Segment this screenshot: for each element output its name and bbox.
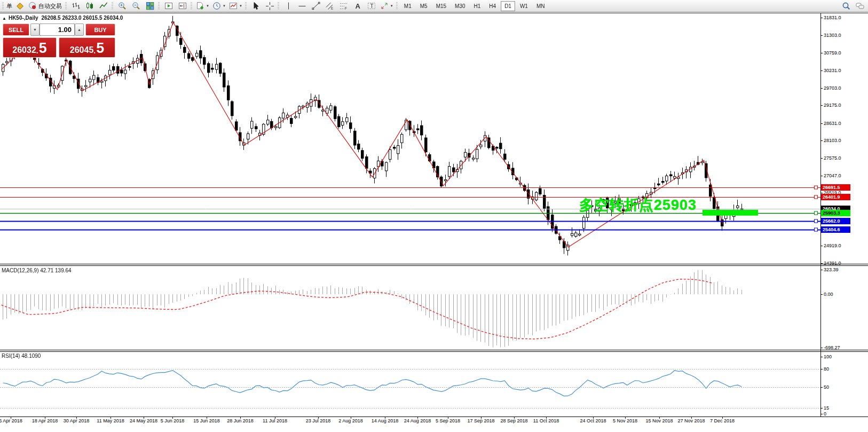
date-label: 27 Nov 2018 (677, 418, 705, 423)
search-button[interactable] (840, 1, 853, 12)
sell-price-dot: . (36, 46, 38, 56)
tf-m15[interactable]: M15 (432, 1, 450, 11)
sell-button[interactable]: SELL (3, 23, 29, 36)
tf-w1[interactable]: W1 (516, 1, 532, 11)
date-tick (514, 417, 515, 419)
price-tick-label: 28631.0 (824, 121, 841, 127)
date-label: 6 Apr 2018 (0, 418, 22, 423)
sell-price-box[interactable]: 26032.5 (3, 37, 57, 58)
volume-decrease-button[interactable]: ▼ (30, 23, 40, 36)
crosshair-button[interactable] (263, 1, 276, 12)
macd-tick-label: 323.39 (824, 267, 839, 273)
new-chart-button-dropdown-icon[interactable]: ▼ (206, 4, 209, 7)
toolbar-grip (112, 2, 113, 10)
pivot-annotation: 多空转折点25903 (545, 195, 697, 215)
bar-chart-button[interactable] (69, 1, 82, 12)
date-tick (691, 417, 692, 419)
date-label: 28 Jun 2018 (227, 418, 254, 423)
date-tick (240, 417, 241, 419)
price-tick-label: 29703.0 (824, 85, 841, 91)
price-level-tag: 25404.6 (821, 226, 850, 233)
toolbar-grip (158, 2, 160, 10)
price-tick-label: 31303.0 (824, 33, 841, 38)
macd-tick-label: 0.00 (824, 292, 833, 297)
fibonacci-button[interactable]: F (337, 1, 350, 12)
buy-price-box[interactable]: 26045.5 (59, 37, 115, 58)
volume-increase-button[interactable]: ▲ (75, 23, 84, 36)
buy-price-pip: 5 (96, 41, 104, 56)
date-label: 2 Aug 2018 (338, 418, 363, 423)
periods-button-dropdown-icon[interactable]: ▼ (223, 4, 226, 7)
auto-scroll-button[interactable] (162, 1, 175, 12)
rsi-pane-splitter[interactable] (0, 350, 868, 350)
window-border (0, 13, 868, 13)
line-chart-button[interactable] (97, 1, 110, 12)
volume-input[interactable]: 1.00 (40, 23, 75, 36)
arrows-button-dropdown-icon[interactable]: ▼ (390, 4, 393, 7)
chat-button[interactable] (854, 1, 866, 12)
buy-button[interactable]: BUY (85, 23, 115, 36)
tf-mn[interactable]: MN (533, 1, 549, 11)
new-order-label: 单 (6, 2, 12, 10)
date-label: 30 Apr 2018 (64, 418, 90, 423)
trendline-button[interactable] (310, 1, 322, 12)
date-tick (45, 417, 45, 419)
periods-button[interactable]: ▼ (211, 1, 227, 12)
templates-button-dropdown-icon[interactable]: ▼ (239, 4, 242, 7)
chart-title: ▲HK50-,Daily26208.5 26233.0 26015.5 2603… (2, 15, 123, 21)
tf-m5[interactable]: M5 (416, 1, 431, 11)
price-tick-label: 27047.0 (824, 173, 841, 179)
price-tick-label: 29175.0 (824, 103, 841, 108)
candlestick-chart-button[interactable] (83, 1, 96, 12)
date-tick (111, 417, 111, 419)
rsi-tick-label: 80 (824, 366, 829, 372)
zoom-in-button[interactable] (116, 1, 129, 12)
rsi-pane-splitter-line (0, 351, 868, 352)
date-tick (417, 417, 418, 419)
date-label: 15 Nov 2018 (645, 418, 673, 423)
svg-text:A: A (355, 2, 360, 10)
autotrade-button[interactable]: 自动交易 (27, 1, 64, 12)
macd-pane-splitter[interactable] (0, 264, 868, 264)
new-chart-button[interactable]: ▼ (195, 1, 210, 12)
autotrade-button-label: 自动交易 (38, 2, 62, 10)
toolbar-grip (396, 2, 398, 10)
horizontal-line-button[interactable] (296, 1, 309, 12)
price-level-tag: 25903.3 (821, 210, 850, 216)
chart-shift-button[interactable] (176, 1, 189, 12)
macd-pane-splitter-line (0, 265, 868, 266)
date-label: 11 Jul 2018 (263, 418, 287, 423)
toolbar-grip (2, 2, 4, 10)
price-tick-label: 24919.0 (824, 243, 841, 249)
tf-m1[interactable]: M1 (400, 1, 415, 11)
vertical-line-button[interactable] (282, 1, 295, 12)
date-tick (546, 417, 547, 419)
tf-h4[interactable]: H4 (485, 1, 500, 11)
trade-panel-collapse-icon[interactable]: ▲ (2, 16, 6, 21)
zoom-out-button[interactable] (130, 1, 143, 12)
rsi-tick-label: 100 (824, 354, 832, 360)
date-label: 14 Aug 2018 (372, 418, 399, 423)
arrows-button[interactable]: ▼ (379, 1, 394, 12)
price-chart-canvas[interactable] (0, 13, 820, 417)
date-label: 24 Aug 2018 (404, 418, 431, 423)
price-tick-label: 30231.0 (824, 68, 841, 74)
date-label: 5 Jun 2018 (161, 418, 185, 423)
tf-d1[interactable]: D1 (501, 1, 515, 11)
toolbar: 单自动交易▼▼▼EFAT▼M1M5M15M30H1H4D1W1MN (0, 0, 868, 12)
date-label: 5 Sep 2018 (436, 418, 460, 423)
tf-h1[interactable]: H1 (470, 1, 485, 11)
templates-button[interactable]: ▼ (228, 1, 243, 12)
macd-label: MACD(12,26,9) 42.71 139.64 (2, 268, 72, 273)
text-button[interactable]: A (351, 1, 364, 12)
date-tick (144, 417, 144, 419)
date-tick (385, 417, 385, 419)
equidistant-channel-button[interactable]: E (323, 1, 336, 12)
tile-windows-button[interactable] (144, 1, 156, 12)
tf-m30[interactable]: M30 (451, 1, 469, 11)
text-label-button[interactable]: T (365, 1, 378, 12)
cursor-button[interactable] (249, 1, 262, 12)
new-order-icon[interactable] (13, 1, 26, 12)
date-tick (625, 417, 626, 419)
mt4-terminal: { "toolbar": { "groups": [ {"items": [ {… (0, 0, 868, 432)
